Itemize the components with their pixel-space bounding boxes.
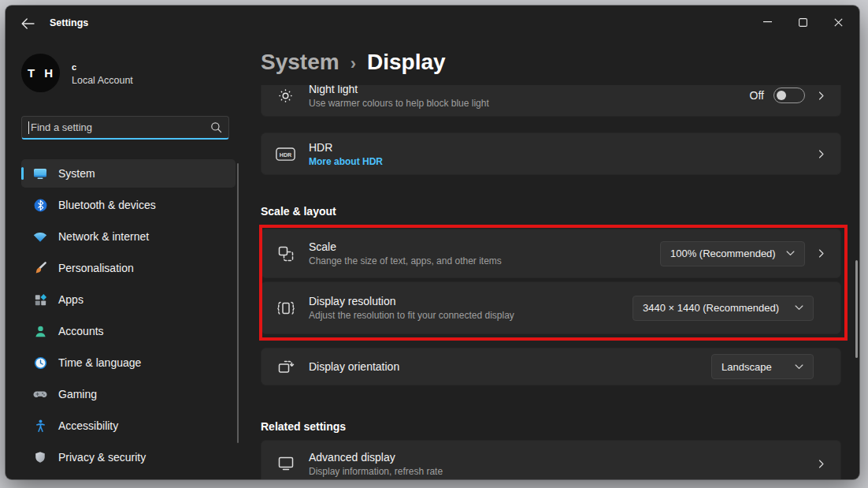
wifi-icon bbox=[32, 229, 48, 244]
system-monitor-icon bbox=[32, 166, 48, 181]
display-orientation-row: Display orientation Landscape bbox=[261, 348, 841, 386]
sidebar-item-bluetooth[interactable]: Bluetooth & devices bbox=[21, 191, 236, 219]
sidebar-item-accounts[interactable]: Accounts bbox=[21, 317, 236, 345]
paintbrush-icon bbox=[32, 260, 48, 276]
orientation-value: Landscape bbox=[721, 361, 772, 373]
toggle-knob bbox=[777, 91, 786, 100]
row-subtitle: Display information, refresh rate bbox=[309, 465, 805, 478]
sidebar-item-label: Network & internet bbox=[58, 230, 149, 243]
content-scrollbar[interactable] bbox=[855, 260, 858, 358]
breadcrumb: System › Display bbox=[261, 50, 446, 75]
sidebar-item-label: Gaming bbox=[58, 388, 97, 400]
resolution-value: 3440 × 1440 (Recommended) bbox=[643, 302, 779, 314]
orientation-dropdown[interactable]: Landscape bbox=[711, 354, 814, 379]
shield-icon bbox=[32, 449, 48, 465]
account-type: Local Account bbox=[72, 75, 133, 86]
advanced-display-icon bbox=[276, 454, 295, 474]
row-title: Scale bbox=[309, 240, 660, 254]
row-title: HDR bbox=[309, 140, 805, 155]
night-light-row[interactable]: Night light Use warmer colours to help b… bbox=[261, 85, 841, 117]
settings-list: Night light Use warmer colours to help b… bbox=[261, 85, 848, 479]
window-title: Settings bbox=[50, 17, 88, 28]
section-related-settings: Related settings bbox=[261, 420, 346, 433]
sidebar-item-label: Bluetooth & devices bbox=[58, 199, 156, 211]
minimize-button[interactable] bbox=[750, 7, 785, 37]
night-light-icon bbox=[276, 86, 295, 106]
clock-icon bbox=[32, 355, 48, 371]
night-light-toggle[interactable] bbox=[773, 88, 805, 103]
sidebar-item-apps[interactable]: Apps bbox=[21, 285, 236, 314]
svg-text:HDR: HDR bbox=[280, 151, 291, 158]
chevron-right-icon bbox=[816, 149, 826, 159]
chevron-down-icon bbox=[786, 251, 795, 256]
settings-window: Settings T H c Local Account Find a sett… bbox=[6, 6, 859, 479]
sidebar-nav: System Bluetooth & devices Network & int… bbox=[21, 159, 236, 475]
accessibility-person-icon bbox=[32, 418, 48, 434]
row-title: Advanced display bbox=[309, 450, 805, 464]
scale-dropdown[interactable]: 100% (Recommended) bbox=[660, 241, 805, 266]
minimize-icon bbox=[763, 21, 772, 23]
chevron-down-icon bbox=[795, 364, 803, 370]
advanced-display-row[interactable]: Advanced display Display information, re… bbox=[261, 440, 841, 479]
sidebar-item-time-language[interactable]: Time & language bbox=[21, 348, 236, 377]
sidebar-item-personalisation[interactable]: Personalisation bbox=[21, 254, 236, 282]
avatar: T H bbox=[21, 54, 60, 92]
page-title: Display bbox=[367, 50, 446, 75]
apps-grid-icon bbox=[32, 292, 48, 307]
maximize-button[interactable] bbox=[785, 7, 821, 37]
search-input[interactable]: Find a setting bbox=[21, 116, 229, 140]
close-icon bbox=[834, 18, 843, 27]
scale-icon bbox=[276, 244, 295, 263]
sidebar-item-privacy[interactable]: Privacy & security bbox=[21, 443, 236, 471]
chevron-right-icon bbox=[816, 459, 826, 469]
text-caret bbox=[28, 121, 29, 134]
search-icon bbox=[210, 121, 222, 133]
bluetooth-icon bbox=[32, 197, 48, 213]
breadcrumb-chevron-icon: › bbox=[351, 54, 356, 74]
section-scale-layout: Scale & layout bbox=[261, 205, 336, 218]
row-subtitle: Use warmer colours to help block blue li… bbox=[309, 97, 750, 110]
toggle-state-label: Off bbox=[750, 89, 764, 102]
sidebar-item-network[interactable]: Network & internet bbox=[21, 222, 236, 251]
person-icon bbox=[32, 323, 48, 339]
sidebar-item-label: System bbox=[58, 167, 95, 180]
scale-value: 100% (Recommended) bbox=[670, 248, 776, 259]
more-about-hdr-link[interactable]: More about HDR bbox=[309, 156, 805, 167]
sidebar-item-label: Accounts bbox=[58, 325, 104, 337]
account-name: c bbox=[72, 62, 76, 72]
row-title: Display resolution bbox=[309, 294, 632, 308]
selection-pill bbox=[21, 167, 24, 180]
row-title: Display orientation bbox=[309, 359, 711, 374]
hdr-icon: HDR bbox=[276, 144, 295, 164]
chevron-right-icon bbox=[816, 248, 826, 259]
sidebar-item-label: Accessibility bbox=[58, 419, 118, 432]
scale-row[interactable]: Scale Change the size of text, apps, and… bbox=[261, 229, 841, 278]
close-button[interactable] bbox=[821, 7, 856, 37]
hdr-row[interactable]: HDR HDR More about HDR bbox=[261, 132, 841, 175]
sidebar-item-label: Apps bbox=[58, 293, 83, 306]
resolution-icon bbox=[276, 298, 295, 318]
sidebar-item-accessibility[interactable]: Accessibility bbox=[21, 412, 236, 440]
chevron-right-icon bbox=[816, 91, 826, 101]
back-button[interactable] bbox=[15, 13, 40, 35]
sidebar-item-gaming[interactable]: Gaming bbox=[21, 380, 236, 408]
row-subtitle: Adjust the resolution to fit your connec… bbox=[309, 309, 632, 322]
game-controller-icon bbox=[32, 386, 48, 402]
orientation-icon bbox=[276, 357, 295, 377]
sidebar-item-label: Personalisation bbox=[58, 262, 134, 274]
chevron-down-icon bbox=[795, 305, 803, 311]
titlebar: Settings bbox=[6, 6, 859, 40]
row-title: Night light bbox=[309, 85, 750, 96]
window-controls bbox=[750, 7, 856, 37]
sidebar-item-label: Privacy & security bbox=[58, 451, 146, 464]
back-arrow-icon bbox=[21, 18, 35, 29]
maximize-icon bbox=[799, 18, 807, 27]
sidebar-item-label: Time & language bbox=[58, 356, 141, 369]
display-resolution-row: Display resolution Adjust the resolution… bbox=[261, 281, 841, 334]
sidebar-item-system[interactable]: System bbox=[21, 159, 236, 188]
breadcrumb-system[interactable]: System bbox=[261, 50, 339, 75]
row-subtitle: Change the size of text, apps, and other… bbox=[309, 255, 660, 267]
sidebar-scrollbar[interactable] bbox=[237, 163, 239, 443]
resolution-dropdown[interactable]: 3440 × 1440 (Recommended) bbox=[632, 296, 814, 321]
search-placeholder: Find a setting bbox=[31, 121, 210, 133]
